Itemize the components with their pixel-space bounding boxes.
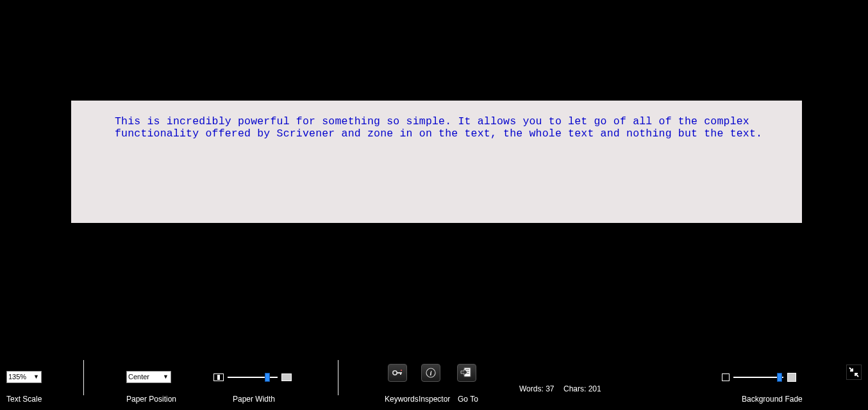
svg-point-3 <box>401 370 402 371</box>
slider-thumb[interactable] <box>777 373 782 382</box>
fade-low-icon <box>722 373 730 381</box>
slider-thumb[interactable] <box>265 373 270 382</box>
svg-rect-2 <box>400 372 401 375</box>
svg-point-0 <box>393 371 397 375</box>
exit-fullscreen-icon <box>849 367 859 377</box>
char-count: Chars: 201 <box>563 384 601 393</box>
info-icon: i <box>425 367 437 379</box>
goto-document-icon <box>460 367 473 379</box>
inspector-label: Inspector <box>419 395 450 404</box>
wide-page-icon <box>281 373 292 381</box>
inspector-button[interactable]: i <box>421 364 440 382</box>
composition-toolbar: 135% ▼ Text Scale Center ▼ Paper Positio… <box>0 359 868 410</box>
word-count: Words: 37 <box>519 384 555 393</box>
toolbar-divider <box>83 360 84 395</box>
paper-width-slider-group <box>213 373 292 382</box>
keywords-label: Keywords <box>385 395 419 404</box>
background-fade-label: Background Fade <box>742 395 803 404</box>
keywords-button[interactable] <box>388 364 407 382</box>
fade-high-icon <box>787 373 796 382</box>
editor-paper[interactable]: This is incredibly powerful for somethin… <box>71 101 802 223</box>
paper-width-slider[interactable] <box>228 373 278 382</box>
paper-width-label: Paper Width <box>233 395 275 404</box>
text-scale-select[interactable]: 135% <box>6 371 42 383</box>
text-scale-label: Text Scale <box>6 395 42 404</box>
paper-position-label: Paper Position <box>126 395 176 404</box>
exit-fullscreen-button[interactable] <box>846 365 862 380</box>
goto-button[interactable] <box>457 364 476 382</box>
toolbar-divider <box>338 360 338 395</box>
key-icon <box>392 368 403 377</box>
goto-label: Go To <box>458 395 478 404</box>
paper-position-select[interactable]: Center <box>126 371 171 383</box>
narrow-page-icon <box>213 373 224 381</box>
slider-track <box>733 377 783 378</box>
background-fade-slider[interactable] <box>733 373 783 382</box>
background-fade-slider-group <box>722 373 796 382</box>
editor-text[interactable]: This is incredibly powerful for somethin… <box>84 116 789 140</box>
slider-track <box>228 377 278 378</box>
